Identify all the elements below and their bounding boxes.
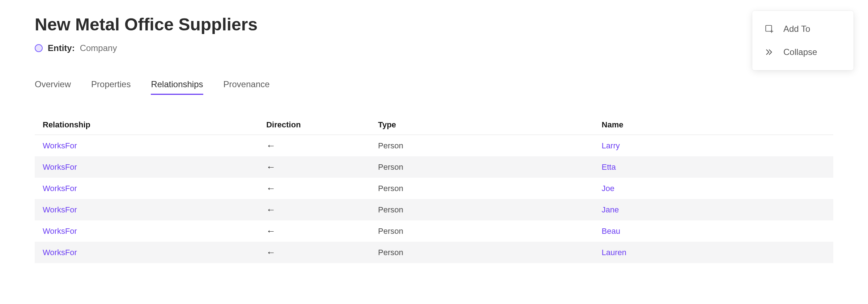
- entity-type: Company: [80, 43, 117, 53]
- type-cell: Person: [370, 156, 593, 178]
- table-header-row: Relationship Direction Type Name: [35, 115, 833, 135]
- page-title: New Metal Office Suppliers: [35, 14, 833, 34]
- name-link[interactable]: Lauren: [602, 248, 627, 257]
- relationship-link[interactable]: WorksFor: [43, 141, 77, 150]
- type-cell: Person: [370, 135, 593, 157]
- arrow-left-icon: ←: [266, 161, 276, 172]
- relationships-table: Relationship Direction Type Name WorksFo…: [35, 115, 833, 263]
- entity-dot-icon: [35, 44, 43, 52]
- tab-relationships[interactable]: Relationships: [151, 79, 203, 95]
- entity-label: Entity:: [48, 43, 75, 53]
- add-to-label: Add To: [783, 24, 810, 34]
- add-to-button[interactable]: Add To: [752, 17, 854, 41]
- col-header-direction[interactable]: Direction: [258, 115, 370, 135]
- type-cell: Person: [370, 242, 593, 263]
- relationship-link[interactable]: WorksFor: [43, 162, 77, 172]
- tab-properties[interactable]: Properties: [91, 79, 131, 95]
- table-row: WorksFor←PersonEtta: [35, 156, 833, 178]
- type-cell: Person: [370, 178, 593, 199]
- arrow-left-icon: ←: [266, 225, 276, 236]
- name-link[interactable]: Larry: [602, 141, 620, 150]
- type-cell: Person: [370, 220, 593, 242]
- col-header-name[interactable]: Name: [594, 115, 833, 135]
- type-cell: Person: [370, 199, 593, 220]
- entity-meta: Entity: Company: [35, 43, 833, 53]
- collapse-label: Collapse: [783, 47, 817, 57]
- col-header-type[interactable]: Type: [370, 115, 593, 135]
- arrow-left-icon: ←: [266, 204, 276, 215]
- relationship-link[interactable]: WorksFor: [43, 248, 77, 257]
- arrow-left-icon: ←: [266, 140, 276, 151]
- name-link[interactable]: Jane: [602, 205, 619, 214]
- relationship-link[interactable]: WorksFor: [43, 205, 77, 214]
- table-row: WorksFor←PersonBeau: [35, 220, 833, 242]
- name-link[interactable]: Etta: [602, 162, 616, 172]
- tab-overview[interactable]: Overview: [35, 79, 71, 95]
- col-header-relationship[interactable]: Relationship: [35, 115, 258, 135]
- table-row: WorksFor←PersonJoe: [35, 178, 833, 199]
- collapse-icon: [764, 47, 775, 57]
- table-row: WorksFor←PersonLarry: [35, 135, 833, 157]
- name-link[interactable]: Joe: [602, 184, 614, 193]
- action-menu: Add To Collapse: [752, 11, 854, 70]
- relationships-table-wrap: Relationship Direction Type Name WorksFo…: [35, 115, 833, 263]
- tabs: OverviewPropertiesRelationshipsProvenanc…: [35, 79, 833, 95]
- relationship-link[interactable]: WorksFor: [43, 184, 77, 193]
- collapse-button[interactable]: Collapse: [752, 41, 854, 64]
- svg-rect-0: [766, 25, 771, 31]
- tab-provenance[interactable]: Provenance: [224, 79, 270, 95]
- arrow-left-icon: ←: [266, 247, 276, 258]
- table-row: WorksFor←PersonLauren: [35, 242, 833, 263]
- name-link[interactable]: Beau: [602, 227, 620, 236]
- relationship-link[interactable]: WorksFor: [43, 227, 77, 236]
- table-row: WorksFor←PersonJane: [35, 199, 833, 220]
- add-to-icon: [764, 24, 775, 34]
- arrow-left-icon: ←: [266, 183, 276, 194]
